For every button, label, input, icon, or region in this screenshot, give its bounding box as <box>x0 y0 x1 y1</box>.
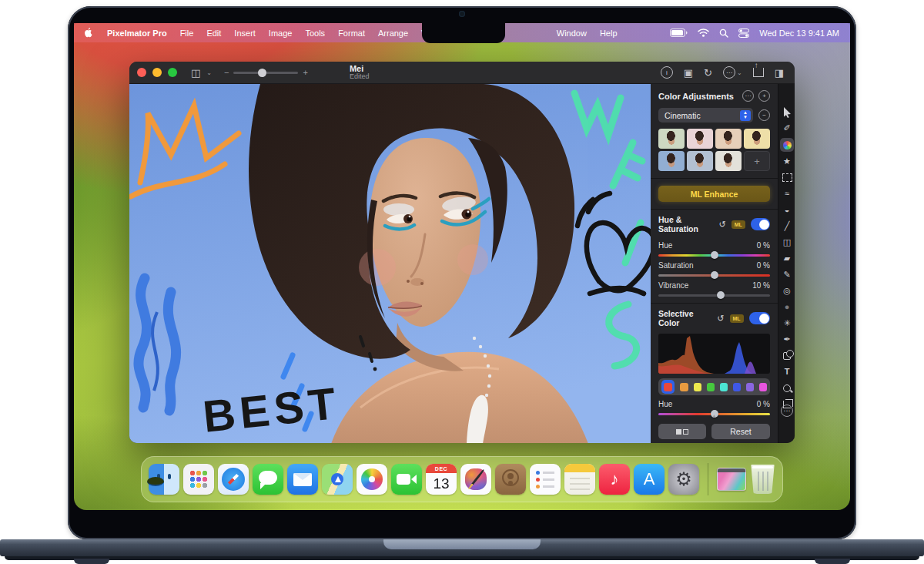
color-fill-tool[interactable]: ◒ <box>778 202 795 218</box>
minimize-button[interactable] <box>152 68 162 77</box>
zoom-in-button[interactable]: + <box>303 68 307 77</box>
saturation-slider[interactable] <box>658 274 770 277</box>
menu-file[interactable]: File <box>180 29 194 38</box>
clone-tool[interactable]: ◎ <box>778 283 795 299</box>
dock-system-settings[interactable] <box>668 464 699 495</box>
dock-calendar[interactable]: DEC 13 <box>426 464 457 495</box>
dock-app-store[interactable] <box>634 464 665 495</box>
add-preset-button[interactable] <box>744 151 770 171</box>
dock-launchpad[interactable] <box>183 464 214 495</box>
sharpen-tool[interactable]: ✳ <box>778 315 795 331</box>
sidebar-right-icon[interactable]: ◨ <box>775 68 784 78</box>
menu-help[interactable]: Help <box>600 29 618 38</box>
dock-safari[interactable] <box>218 464 249 495</box>
quick-selection-tool[interactable]: ≈ <box>778 186 795 202</box>
dock-finder[interactable] <box>149 464 179 495</box>
swatch-blue[interactable] <box>733 383 741 391</box>
dock-mail[interactable] <box>287 464 318 495</box>
zoom-slider-track[interactable] <box>233 72 298 74</box>
style-tool[interactable]: ✐ <box>778 120 795 136</box>
swatch-purple[interactable] <box>746 383 754 391</box>
selective-color-toggle[interactable] <box>749 312 770 324</box>
ml-badge[interactable]: ML <box>730 314 744 323</box>
erase-tool[interactable]: ▰ <box>778 250 795 267</box>
preset-thumbnail[interactable] <box>658 151 685 171</box>
scroll-up-arrow-icon[interactable]: ▲ <box>711 413 717 418</box>
info-icon[interactable]: i <box>661 66 673 79</box>
vibrance-slider[interactable] <box>658 294 770 297</box>
panel-add-icon[interactable]: + <box>758 90 770 102</box>
reset-icon[interactable]: ↺ <box>719 220 726 229</box>
window-titlebar[interactable]: ◫ ⌄ − + Mei Edited i ▣ ↻ ⋯ ⌄ ◨ <box>129 62 795 84</box>
swatch-selected[interactable] <box>661 380 675 394</box>
hue-saturation-toggle[interactable] <box>751 218 770 230</box>
reset-icon[interactable]: ↺ <box>717 314 724 323</box>
hue-slider[interactable] <box>658 254 770 257</box>
dock-reminders[interactable] <box>530 464 561 495</box>
ml-crop-icon[interactable]: ▣ <box>684 68 693 78</box>
dock-music[interactable] <box>599 464 630 495</box>
arrow-tool[interactable] <box>778 104 795 120</box>
preset-dropdown[interactable]: Cinematic ▲▼ <box>658 108 753 123</box>
preset-thumbnail[interactable] <box>687 151 713 171</box>
wifi-icon[interactable] <box>698 29 709 37</box>
more-tools-icon[interactable]: ⋯ <box>781 405 793 417</box>
menu-image[interactable]: Image <box>269 29 293 38</box>
swatch-orange[interactable] <box>680 383 688 391</box>
compare-button[interactable] <box>658 424 706 439</box>
menu-window[interactable]: Window <box>557 29 587 38</box>
zoom-out-button[interactable]: − <box>224 68 229 77</box>
menu-format[interactable]: Format <box>338 29 365 38</box>
preset-remove-icon[interactable]: − <box>758 109 770 121</box>
zoom-tool[interactable] <box>778 380 795 396</box>
zoom-slider-knob[interactable] <box>258 69 266 77</box>
close-button[interactable] <box>137 68 146 77</box>
dock-photos[interactable] <box>357 464 387 495</box>
menu-arrange[interactable]: Arrange <box>378 29 408 38</box>
menu-insert[interactable]: Insert <box>234 29 256 38</box>
swatch-cyan[interactable] <box>720 383 728 391</box>
preset-thumbnail[interactable] <box>715 151 742 171</box>
dock-pixelmator-pro[interactable] <box>460 464 491 495</box>
dock-maps[interactable] <box>322 464 353 495</box>
effects-tool[interactable]: ★ <box>778 153 795 170</box>
control-center-icon[interactable] <box>738 29 749 38</box>
battery-icon[interactable] <box>670 29 688 37</box>
panel-more-icon[interactable]: ⋯ <box>742 90 754 102</box>
menu-app-name[interactable]: Pixelmator Pro <box>107 29 167 38</box>
preset-thumbnail[interactable] <box>687 129 713 149</box>
soften-tool[interactable]: ● <box>778 299 795 315</box>
dock-messages[interactable] <box>253 464 283 495</box>
swatch-yellow[interactable] <box>694 383 701 391</box>
menu-clock[interactable]: Wed Dec 13 9:41 AM <box>759 29 839 38</box>
chevron-down-icon[interactable]: ⌄ <box>206 69 212 76</box>
sidebar-toggle-icon[interactable]: ◫ <box>191 68 200 78</box>
rotate-icon[interactable]: ↻ <box>704 68 712 78</box>
marquee-tool[interactable] <box>778 170 795 186</box>
swatch-magenta[interactable] <box>759 383 767 391</box>
ml-badge[interactable]: ML <box>732 220 745 229</box>
share-icon[interactable] <box>753 68 764 77</box>
pencil-tool[interactable]: ✎ <box>778 267 795 283</box>
pen-tool[interactable]: ✒ <box>778 331 795 347</box>
preset-thumbnail[interactable] <box>744 129 770 149</box>
ml-enhance-button[interactable]: ML Enhance <box>658 186 770 202</box>
dock-trash[interactable] <box>750 465 775 494</box>
dock-contacts[interactable] <box>495 464 526 495</box>
menu-tools[interactable]: Tools <box>305 29 325 38</box>
zoom-slider[interactable]: − + <box>224 68 308 77</box>
preset-thumbnail[interactable] <box>658 129 685 149</box>
dock-minimized-window[interactable] <box>717 468 746 491</box>
paint-tool[interactable]: ╱ <box>778 218 795 234</box>
dock-facetime[interactable] <box>391 464 422 495</box>
color-adjustments-tool[interactable] <box>778 136 795 153</box>
reset-button[interactable]: Reset <box>711 424 770 439</box>
fullscreen-button[interactable] <box>168 68 177 77</box>
apple-menu[interactable] <box>85 28 94 39</box>
more-menu[interactable]: ⋯ ⌄ <box>723 66 742 79</box>
menu-edit[interactable]: Edit <box>206 29 221 38</box>
type-tool[interactable]: T <box>778 364 795 380</box>
search-icon[interactable] <box>719 29 728 38</box>
preset-thumbnail[interactable] <box>715 129 742 149</box>
image-canvas[interactable]: BEST <box>129 84 651 443</box>
